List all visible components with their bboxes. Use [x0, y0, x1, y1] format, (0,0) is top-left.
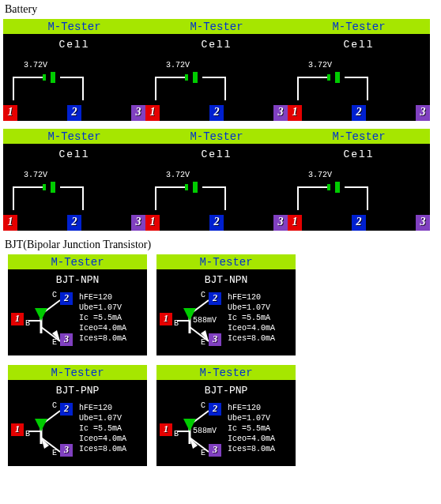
svg-marker-5: [35, 308, 47, 321]
cell-type-label: Cell: [292, 149, 425, 160]
cell-schematic: [297, 179, 420, 212]
param-ube: Ube=1.07V: [228, 413, 275, 423]
pin-1: 1: [3, 215, 17, 231]
param-hfe: hFE=120: [79, 403, 126, 413]
pin-2: 2: [60, 292, 73, 305]
bjt-type-label: BJT-PNP: [11, 385, 144, 397]
pin-3: 3: [60, 444, 73, 457]
terminal-base-label: B: [174, 430, 179, 438]
cell-type-label: Cell: [150, 149, 283, 160]
cell-type-label: Cell: [8, 149, 141, 160]
param-ices: Ices=8.0mA: [228, 333, 275, 344]
tester-body: BJT-NPN 1 2 3 B C E 588mV hFE=120: [156, 269, 296, 355]
pin-row: 1 2 3: [3, 215, 145, 231]
tester-header: M-Tester: [288, 129, 430, 144]
param-ices: Ices=8.0mA: [228, 444, 275, 454]
cell-schematic: [13, 179, 136, 212]
tester-bjt-pnp: M-Tester BJT-PNP 1 2 3 B C E hF: [8, 365, 147, 466]
param-ic: Ic =5.5mA: [228, 313, 275, 323]
tester-body: Cell 3.72V 1 2 3: [3, 34, 145, 121]
tester-header: M-Tester: [3, 19, 145, 34]
bjt-pnp-row: M-Tester BJT-PNP 1 2 3 B C E hF: [8, 365, 441, 466]
param-iceo: Iceo=4.0mA: [228, 323, 275, 333]
bjt-parameters: hFE=120 Ube=1.07V Ic =5.5mA Iceo=4.0mA I…: [228, 403, 275, 454]
battery-row-2: M-Tester Cell 3.72V 1 2 3 M-Tester Cell …: [3, 129, 441, 231]
terminal-emitter-label: E: [201, 449, 205, 457]
terminal-collector-label: C: [201, 401, 205, 410]
tester-bjt-npn-vbe: M-Tester BJT-NPN 1 2 3 B C E 588mV: [156, 254, 296, 355]
param-ube: Ube=1.07V: [228, 303, 275, 313]
battery-icon: [185, 182, 202, 193]
pin-row: 1 2 3: [288, 105, 430, 121]
param-iceo: Iceo=4.0mA: [228, 434, 275, 444]
battery-icon: [43, 182, 60, 193]
pin-2: 2: [67, 215, 81, 231]
param-ices: Ices=8.0mA: [79, 333, 126, 344]
bjt-type-label: BJT-NPN: [11, 274, 144, 286]
param-ic: Ic =5.5mA: [79, 423, 126, 434]
pin-3: 3: [209, 444, 221, 457]
bjt-diagram-area: 1 2 3 B C E 588mV hFE=120 Ube=1.07V Ic =…: [160, 289, 292, 352]
tester-cell: M-Tester Cell 3.72V 1 2 3: [3, 19, 145, 121]
terminal-collector-label: C: [201, 291, 205, 299]
tester-bjt-pnp-vbe: M-Tester BJT-PNP 1 2 3 B C E 588mV: [156, 365, 296, 466]
pin-1: 1: [288, 215, 302, 231]
tester-header: M-Tester: [156, 254, 296, 269]
tester-header: M-Tester: [145, 19, 288, 34]
tester-header: M-Tester: [145, 129, 288, 144]
pin-row: 1 2 3: [145, 215, 288, 231]
tester-header: M-Tester: [156, 365, 296, 380]
param-iceo: Iceo=4.0mA: [79, 434, 126, 444]
param-ic: Ic =5.5mA: [228, 423, 275, 434]
pin-2: 2: [209, 215, 224, 231]
pin-row: 1 2 3: [288, 215, 430, 231]
section-title-battery: Battery: [5, 3, 441, 16]
terminal-base-label: B: [25, 430, 30, 438]
bjt-npn-row: M-Tester BJT-NPN 1 2 3 B C E hF: [8, 254, 441, 355]
pin-1: 1: [288, 105, 302, 121]
pin-3: 3: [131, 105, 145, 121]
pin-3: 3: [209, 333, 221, 346]
bjt-type-label: BJT-NPN: [160, 274, 292, 286]
battery-icon: [327, 72, 345, 83]
pin-3: 3: [416, 105, 430, 121]
pin-row: 1 2 3: [145, 105, 288, 121]
tester-header: M-Tester: [288, 19, 430, 34]
tester-header: M-Tester: [8, 365, 147, 380]
tester-bjt-npn: M-Tester BJT-NPN 1 2 3 B C E hF: [8, 254, 147, 355]
pin-1: 1: [145, 105, 160, 121]
param-ube: Ube=1.07V: [79, 413, 126, 423]
bjt-diagram-area: 1 2 3 B C E 588mV hFE=120 Ube=1.07V Ic =…: [160, 400, 292, 463]
tester-cell: M-Tester Cell 3.72V 1 2 3: [288, 19, 430, 121]
pin-1: 1: [160, 423, 172, 436]
bjt-parameters: hFE=120 Ube=1.07V Ic =5.5mA Iceo=4.0mA I…: [79, 292, 126, 344]
battery-row-1: M-Tester Cell 3.72V 1 2 3 M-Tester Cell …: [3, 19, 441, 121]
battery-icon: [327, 182, 345, 193]
battery-icon: [185, 72, 202, 83]
tester-body: BJT-PNP 1 2 3 B C E 588mV hFE=120: [156, 380, 296, 466]
svg-marker-17: [35, 419, 47, 431]
pin-1: 1: [11, 313, 24, 325]
param-hfe: hFE=120: [228, 403, 275, 413]
pin-3: 3: [416, 215, 430, 231]
vbe-inline-value: 588mV: [193, 427, 217, 435]
tester-body: Cell 3.72V 1 2 3: [288, 34, 430, 121]
tester-header: M-Tester: [8, 254, 147, 269]
tester-body: Cell 3.72V 1 2 3: [288, 144, 430, 231]
pin-2: 2: [209, 403, 221, 416]
tester-body: Cell 3.72V 1 2 3: [3, 144, 145, 231]
param-ube: Ube=1.07V: [79, 303, 126, 313]
terminal-emitter-label: E: [52, 338, 57, 347]
terminal-base-label: B: [25, 319, 30, 328]
param-iceo: Iceo=4.0mA: [79, 323, 126, 333]
cell-schematic: [155, 69, 278, 102]
cell-schematic: [297, 69, 420, 102]
terminal-emitter-label: E: [52, 449, 57, 457]
pin-2: 2: [352, 215, 366, 231]
tester-body: Cell 3.72V 1 2 3: [145, 34, 288, 121]
pin-2: 2: [352, 105, 366, 121]
cell-type-label: Cell: [8, 39, 141, 51]
vbe-inline-value: 588mV: [193, 316, 217, 325]
pin-2: 2: [67, 105, 81, 121]
pin-1: 1: [11, 423, 24, 436]
